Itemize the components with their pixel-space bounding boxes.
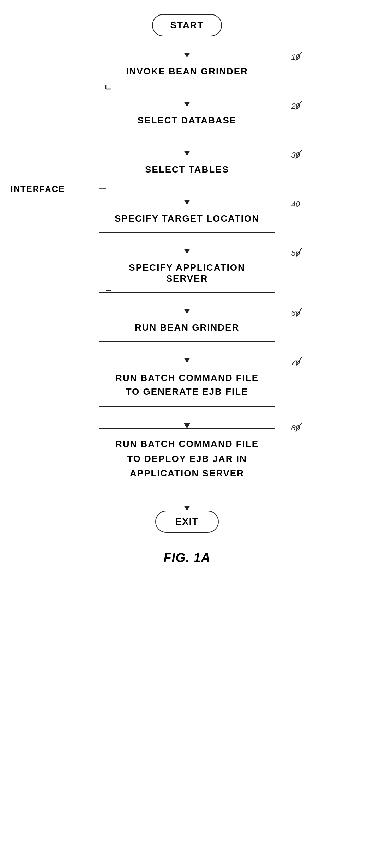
arrow-6 <box>184 293 190 314</box>
exit-node: EXIT <box>64 511 310 533</box>
ref-curve-10 <box>285 51 303 62</box>
ref-40: 40 <box>291 200 300 209</box>
ref-60: 60 <box>291 309 300 318</box>
select-tables-box: SELECT TABLES <box>99 156 275 183</box>
arrow-9 <box>184 489 190 511</box>
arrow-7 <box>184 342 190 363</box>
flowchart-diagram: START 10 INVOKE BEAN GRINDER <box>0 14 374 565</box>
arrow-5 <box>184 233 190 254</box>
arrow-2 <box>184 85 190 107</box>
step80-wrapper: 80 RUN BATCH COMMAND FILE TO DEPLOY EJB … <box>64 428 310 489</box>
step60-wrapper: 60 RUN BEAN GRINDER <box>64 314 310 342</box>
run-bean-grinder-box: RUN BEAN GRINDER <box>99 314 275 342</box>
run-batch-deploy-box: RUN BATCH COMMAND FILE TO DEPLOY EJB JAR… <box>99 428 275 489</box>
step70-wrapper: 70 RUN BATCH COMMAND FILE TO GENERATE EJ… <box>64 363 310 407</box>
interface-label: INTERFACE <box>11 184 65 194</box>
step10-wrapper: 10 INVOKE BEAN GRINDER <box>64 58 310 85</box>
arrow-3 <box>184 134 190 156</box>
invoke-bean-grinder-box: INVOKE BEAN GRINDER <box>99 58 275 85</box>
arrow-8 <box>184 407 190 428</box>
select-database-box: SELECT DATABASE <box>99 107 275 134</box>
specify-target-location-box: SPECIFY TARGET LOCATION <box>99 205 275 233</box>
step40-wrapper: 40 SPECIFY TARGET LOCATION <box>64 205 310 233</box>
start-oval: START <box>152 14 222 36</box>
interface-region: 20 SELECT DATABASE 30 SELECT TABLES <box>0 85 374 293</box>
run-batch-ejb-file-box: RUN BATCH COMMAND FILE TO GENERATE EJB F… <box>99 363 275 407</box>
ref-80: 80 <box>291 423 300 433</box>
step30-wrapper: 30 SELECT TABLES <box>64 156 310 183</box>
figure-caption: FIG. 1A <box>163 550 210 565</box>
start-node: START <box>64 14 310 36</box>
specify-app-server-box: SPECIFY APPLICATION SERVER <box>99 254 275 293</box>
ref-70: 70 <box>291 358 300 367</box>
arrow-4 <box>184 183 190 205</box>
step50-wrapper: 50 SPECIFY APPLICATION SERVER <box>64 254 310 293</box>
ref-20: 20 <box>291 102 300 111</box>
ref-30: 30 <box>291 151 300 160</box>
exit-oval: EXIT <box>155 511 219 533</box>
ref-50: 50 <box>291 249 300 258</box>
interface-brace-region: 20 SELECT DATABASE 30 SELECT TABLES <box>64 85 310 293</box>
step20-wrapper: 20 SELECT DATABASE <box>64 107 310 134</box>
arrow-1 <box>184 36 190 58</box>
